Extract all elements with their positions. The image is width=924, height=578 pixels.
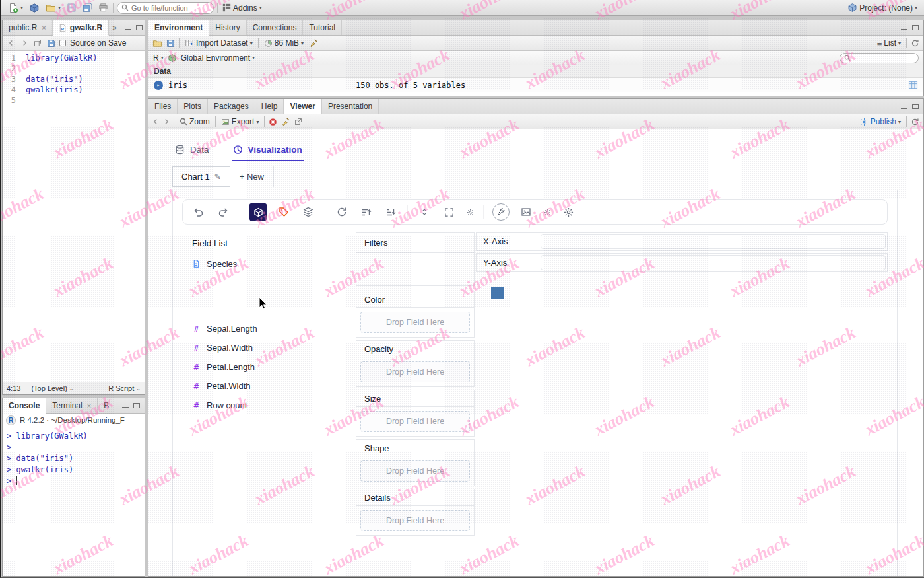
zoom-button[interactable]: Zoom: [178, 116, 211, 127]
details-dropzone[interactable]: Drop Field Here: [360, 510, 470, 531]
open-in-browser-icon[interactable]: [294, 118, 302, 126]
redo-button[interactable]: [215, 204, 231, 220]
tab-gwalkr-r[interactable]: R gwalkr.R: [53, 20, 109, 36]
tab-overflow-chevron[interactable]: »: [109, 20, 120, 35]
undo-button[interactable]: [191, 204, 207, 220]
gw-tab-visualization[interactable]: Visualization: [233, 139, 302, 161]
y-axis-dropzone[interactable]: [541, 255, 886, 270]
scope-selector[interactable]: (Top Level)⌄: [31, 384, 73, 392]
export-button[interactable]: Export▾: [220, 116, 261, 127]
shape-dropzone[interactable]: Drop Field Here: [360, 460, 470, 482]
open-file-button[interactable]: ▾: [44, 2, 62, 14]
tab-background-jobs[interactable]: B: [98, 398, 116, 413]
chart-tab-1[interactable]: Chart 1 ✎: [172, 166, 230, 187]
project-menu[interactable]: Project: (None) ▾: [846, 2, 919, 13]
rename-chart-icon[interactable]: ✎: [214, 172, 221, 182]
forward-button[interactable]: [20, 38, 29, 48]
tab-console[interactable]: Console: [3, 398, 46, 414]
clear-viewer-button[interactable]: [281, 117, 290, 126]
clear-environment-button[interactable]: [309, 38, 318, 48]
config-gear-button[interactable]: [560, 204, 576, 220]
maximize-pane-icon[interactable]: [133, 403, 140, 408]
code-editor[interactable]: 1 2 3 4 5 library(GWalkR) data("iris") g…: [3, 51, 145, 382]
tab-plots[interactable]: Plots: [178, 99, 208, 114]
tab-environment[interactable]: Environment: [148, 20, 209, 36]
addins-menu[interactable]: Addins ▾: [221, 3, 263, 13]
tab-terminal[interactable]: Terminal×: [46, 398, 98, 413]
dataframe-icon[interactable]: ▸: [154, 81, 163, 90]
maximize-pane-icon[interactable]: [912, 104, 919, 109]
tab-tutorial[interactable]: Tutorial: [303, 20, 342, 35]
color-dropzone[interactable]: Drop Field Here: [360, 312, 470, 333]
axes-transpose-button[interactable]: [416, 204, 432, 220]
tab-history[interactable]: History: [209, 20, 246, 35]
back-button[interactable]: [7, 38, 16, 48]
field-petal-length[interactable]: #Petal.Length: [192, 357, 348, 377]
maximize-pane-icon[interactable]: [136, 25, 143, 30]
x-axis-dropzone[interactable]: [541, 234, 886, 249]
minimize-pane-icon[interactable]: [125, 25, 131, 30]
forward-button[interactable]: [163, 118, 170, 125]
language-selector[interactable]: R▾: [153, 54, 164, 63]
save-workspace-button[interactable]: [166, 39, 175, 48]
label-tag-button[interactable]: [276, 204, 292, 220]
environment-search-input[interactable]: [853, 54, 914, 62]
tab-packages[interactable]: Packages: [208, 99, 255, 114]
load-workspace-button[interactable]: [152, 38, 162, 48]
maximize-pane-icon[interactable]: [912, 25, 919, 30]
new-chart-button[interactable]: + New: [230, 166, 274, 187]
refresh-environment-button[interactable]: [911, 39, 919, 48]
size-dropzone[interactable]: Drop Field Here: [360, 411, 470, 432]
save-file-icon[interactable]: [46, 38, 55, 48]
view-data-icon[interactable]: [908, 80, 918, 90]
refresh-viewer-button[interactable]: [911, 118, 919, 126]
back-button[interactable]: [152, 118, 159, 125]
minimize-pane-icon[interactable]: [901, 104, 908, 109]
tab-viewer[interactable]: Viewer: [284, 99, 321, 114]
popout-editor-icon[interactable]: [33, 38, 42, 48]
scope-selector[interactable]: Global Environment▾: [181, 54, 255, 63]
tab-connections[interactable]: Connections: [247, 20, 304, 35]
import-dataset-button[interactable]: Import Dataset▾: [183, 38, 254, 48]
filters-dropzone[interactable]: [356, 253, 474, 285]
console-output[interactable]: > library(GWalkR) > > data("iris") > gwa…: [3, 427, 145, 576]
close-tab-icon[interactable]: ×: [87, 402, 91, 410]
tab-files[interactable]: Files: [148, 99, 178, 114]
new-project-button[interactable]: [28, 2, 41, 14]
object-row-iris[interactable]: ▸ iris 150 obs. of 5 variables: [148, 78, 923, 92]
memory-usage-button[interactable]: 86 MiB▾: [263, 38, 305, 48]
field-species[interactable]: Species: [192, 257, 348, 270]
resize-mode-button[interactable]: [441, 204, 457, 220]
mark-type-button[interactable]: [249, 203, 267, 221]
gw-tab-data[interactable]: Data: [175, 139, 209, 161]
resize-settings-icon[interactable]: [465, 204, 475, 220]
close-tab-icon[interactable]: ×: [42, 24, 46, 32]
save-button[interactable]: [65, 2, 78, 13]
tab-public-r[interactable]: public.R ×: [3, 20, 53, 35]
tab-presentation[interactable]: Presentation: [322, 99, 379, 114]
image-settings-icon[interactable]: [543, 204, 552, 220]
print-button[interactable]: [97, 2, 110, 13]
sort-ascending-button[interactable]: [358, 204, 374, 220]
aggregate-toggle-button[interactable]: [334, 204, 350, 220]
publish-button[interactable]: Publish▾: [859, 116, 902, 127]
new-file-button[interactable]: ▾: [7, 2, 24, 14]
field-petal-width[interactable]: #Petal.Width: [192, 377, 348, 396]
display-mode-button[interactable]: ≡ List▾: [876, 38, 902, 49]
field-row-count[interactable]: #Row count: [192, 396, 348, 415]
export-image-button[interactable]: [518, 204, 534, 220]
source-on-save-checkbox[interactable]: [59, 40, 66, 46]
file-type-selector[interactable]: R Script⌄: [108, 384, 141, 392]
field-sepal-width[interactable]: #Sepal.Width: [192, 338, 348, 357]
layers-button[interactable]: [300, 204, 316, 220]
tab-help[interactable]: Help: [255, 99, 284, 114]
save-all-button[interactable]: [81, 2, 94, 13]
remove-viewer-item-button[interactable]: [269, 118, 277, 126]
opacity-dropzone[interactable]: Drop Field Here: [360, 361, 470, 382]
field-sepal-length[interactable]: #Sepal.Length: [192, 319, 348, 338]
minimize-pane-icon[interactable]: [122, 403, 129, 408]
sort-descending-button[interactable]: [383, 204, 399, 220]
tools-button[interactable]: [492, 203, 510, 221]
goto-file-input[interactable]: [131, 4, 209, 12]
minimize-pane-icon[interactable]: [901, 25, 908, 30]
